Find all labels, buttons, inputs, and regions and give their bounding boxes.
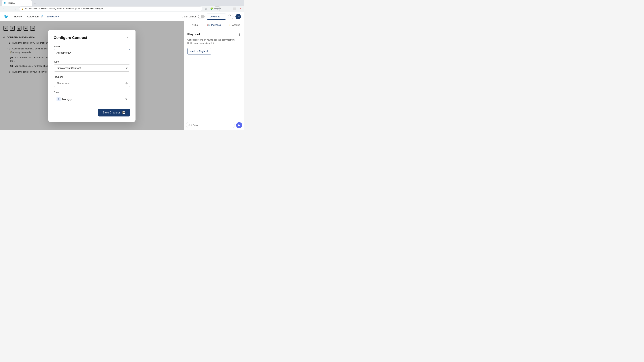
help-button[interactable]: ? — [228, 14, 234, 19]
restore-button[interactable]: ⬜ — [232, 6, 237, 11]
tab-playbook[interactable]: 📖 Playbook — [204, 21, 224, 29]
back-button[interactable]: ← — [2, 6, 6, 11]
tab-actions[interactable]: ⚡ Actions — [224, 21, 244, 29]
chat-tab-icon: 💬 — [190, 24, 192, 26]
user-initials: LD — [237, 15, 240, 18]
tab-chat[interactable]: 💬 Chat — [184, 21, 204, 29]
modal-overlay: Configure Contract × Name Type Employme — [0, 21, 184, 130]
configure-contract-modal: Configure Contract × Name Type Employme — [48, 30, 136, 122]
playbook-tab-icon: 📖 — [207, 24, 210, 26]
playbook-label: Playbook — [54, 76, 130, 78]
playbook-description: Get suggestions on how to edit this cont… — [187, 38, 241, 45]
app-logo: 🐦 — [3, 13, 10, 19]
extensions-icon[interactable]: 🧩 — [209, 6, 214, 11]
modal-footer: Save Changes 💾 — [54, 107, 130, 116]
group-dropdown-arrow: ∨ — [125, 97, 127, 101]
playbook-tab-label: Playbook — [211, 24, 221, 26]
group-select-wrapper: ⊞ Moodjoy ∨ — [54, 95, 130, 103]
editor-area: B i U ⇤ ⇥ 4 COMPANY INFORMATION 4.1 Duri… — [0, 21, 184, 130]
url-text: app.robinai.co.uk/review/contract/Q29udH… — [25, 7, 104, 10]
actions-tab-icon: ⚡ — [228, 24, 231, 26]
right-panel: 💬 Chat 📖 Playbook ⚡ Actions Playbook ⋮ — [184, 21, 244, 130]
playbook-form-group: Playbook ⊘ — [54, 76, 130, 87]
add-playbook-label: + Add a Playbook — [190, 50, 208, 53]
group-icon: ⊞ — [56, 97, 60, 101]
playbook-clear-icon[interactable]: ⊘ — [125, 81, 128, 85]
save-icon: 💾 — [122, 111, 126, 114]
group-form-group: Group ⊞ Moodjoy ∨ — [54, 91, 130, 103]
clean-version-toggle-area: Clean Version — [182, 15, 204, 18]
save-changes-button[interactable]: Save Changes 💾 — [98, 109, 130, 116]
playbook-select[interactable] — [54, 80, 130, 87]
ask-robin-input[interactable] — [186, 122, 235, 128]
user-avatar[interactable]: LD — [236, 14, 241, 19]
name-label: Name — [54, 45, 130, 48]
name-form-group: Name — [54, 45, 130, 56]
save-label: Save Changes — [103, 111, 120, 114]
panel-content: Playbook ⋮ Get suggestions on how to edi… — [184, 29, 244, 120]
menu-icon[interactable]: ⋮ — [221, 6, 226, 11]
type-select-wrapper: Employment Contract ∨ — [54, 64, 130, 71]
group-value: Moodjoy — [62, 98, 72, 100]
new-tab-button[interactable]: + — [32, 1, 37, 6]
name-input[interactable] — [54, 49, 130, 56]
playbook-input-wrapper: ⊘ — [54, 80, 130, 87]
clean-version-toggle[interactable] — [198, 15, 204, 18]
tab-icon: 🐦 — [4, 2, 6, 4]
type-form-group: Type Employment Contract ∨ — [54, 60, 130, 71]
modal-close-button[interactable]: × — [125, 35, 130, 40]
panel-tabs: 💬 Chat 📖 Playbook ⚡ Actions — [184, 21, 244, 29]
minimize-button[interactable]: ─ — [226, 6, 231, 11]
chat-input-area: ▶ — [184, 120, 244, 130]
group-select[interactable]: ⊞ Moodjoy ∨ — [54, 95, 130, 103]
panel-title-area: Playbook ⋮ — [187, 32, 241, 36]
robin-logo-icon: 🐦 — [4, 14, 9, 19]
add-playbook-button[interactable]: + Add a Playbook — [187, 48, 211, 54]
panel-menu-icon[interactable]: ⋮ — [238, 32, 241, 36]
group-label: Group — [54, 91, 130, 93]
playbook-title: Playbook — [187, 33, 201, 36]
type-value: Employment Contract — [56, 66, 81, 69]
nav-agreement: Agreement 📄 — [27, 15, 43, 18]
modal-title: Configure Contract — [54, 35, 87, 40]
nav-agreement-label[interactable]: Agreement — [27, 15, 39, 18]
nav-see-history[interactable]: See History — [46, 15, 59, 18]
actions-tab-label: Actions — [232, 24, 240, 26]
see-history-label: See History — [46, 15, 59, 18]
app-header: 🐦 Review Agreement 📄 See History Clean V… — [0, 12, 244, 21]
reload-button[interactable]: ↻ — [13, 6, 18, 11]
help-icon: ? — [230, 15, 232, 18]
bookmark-icon[interactable]: ☆ — [204, 6, 208, 11]
active-tab[interactable]: 🐦 Robin AI ✕ — [2, 0, 32, 6]
header-right: Clean Version Download ⬇ ? LD — [182, 13, 241, 19]
download-icon: ⬇ — [221, 15, 223, 18]
chat-send-button[interactable]: ▶ — [236, 122, 242, 128]
download-label: Download — [210, 15, 220, 18]
url-bar[interactable]: 🔒 app.robinai.co.uk/review/contract/Q29u… — [19, 6, 202, 11]
profile-icon[interactable]: Incognito — [215, 6, 220, 11]
download-button[interactable]: Download ⬇ — [206, 13, 226, 19]
chat-tab-label: Chat — [194, 24, 198, 26]
browser-navigation: ← → ↻ — [2, 6, 18, 11]
main-content: B i U ⇤ ⇥ 4 COMPANY INFORMATION 4.1 Duri… — [0, 21, 244, 130]
type-label: Type — [54, 60, 130, 63]
clean-version-label: Clean Version — [182, 15, 196, 18]
tab-title: Robin AI — [8, 2, 15, 4]
send-icon: ▶ — [238, 123, 240, 127]
tabs-bar: 🐦 Robin AI ✕ + — [0, 0, 244, 6]
type-select[interactable]: Employment Contract — [54, 64, 130, 71]
browser-address-icons: ☆ 🧩 Incognito ⋮ ─ ⬜ ✕ — [204, 6, 242, 11]
address-bar: ← → ↻ 🔒 app.robinai.co.uk/review/contrac… — [0, 6, 244, 12]
close-button[interactable]: ✕ — [238, 6, 242, 11]
app-container: 🐦 Review Agreement 📄 See History Clean V… — [0, 12, 244, 130]
modal-header: Configure Contract × — [54, 35, 130, 40]
toggle-knob — [198, 15, 201, 18]
nav-review[interactable]: Review — [13, 14, 24, 18]
forward-button[interactable]: → — [8, 6, 12, 11]
document-icon: 📄 — [40, 15, 43, 18]
browser-chrome: 🐦 Robin AI ✕ + ← → ↻ 🔒 app.robinai.co.uk… — [0, 0, 244, 12]
tab-close-button[interactable]: ✕ — [27, 2, 30, 4]
